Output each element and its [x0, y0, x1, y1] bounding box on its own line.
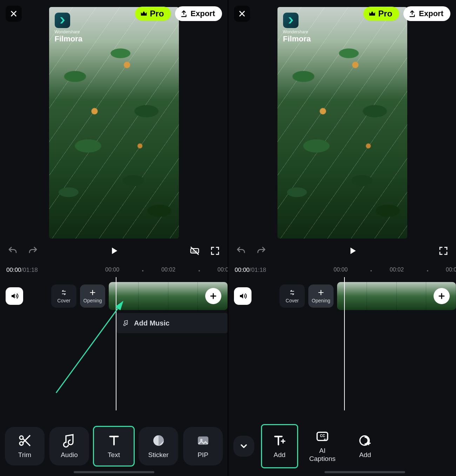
plus-icon: [209, 292, 217, 300]
ruler-tick: 00:00: [334, 267, 348, 273]
play-button[interactable]: [346, 244, 359, 257]
timeline[interactable]: Cover Opening Add Music: [0, 277, 228, 410]
fullscreen-button[interactable]: [437, 244, 450, 257]
export-button[interactable]: Export: [175, 6, 222, 21]
ruler-dot: [142, 270, 143, 271]
playhead-time: 00:00: [6, 267, 21, 274]
hdr-toggle[interactable]: HDR: [188, 244, 201, 257]
tool-label: PIP: [197, 451, 208, 459]
pro-label: Pro: [378, 9, 392, 19]
video-clip[interactable]: [337, 282, 456, 310]
add-clip-button[interactable]: [205, 288, 221, 304]
pro-badge[interactable]: Pro: [135, 7, 171, 21]
video-preview[interactable]: Wondershare Filmora: [277, 7, 407, 239]
watermark-name: Filmora: [55, 34, 82, 43]
text-plus-icon: [273, 434, 287, 448]
preview-area: Wondershare Filmora: [228, 0, 456, 239]
timeline[interactable]: Cover Opening: [228, 277, 456, 410]
tool-add-text[interactable]: Add: [262, 425, 297, 467]
ruler-dot: [370, 270, 372, 271]
transport-bar: [228, 239, 456, 263]
tool-label: AI Captions: [309, 447, 336, 463]
tool-ai-captions[interactable]: CCAI AI Captions: [305, 425, 340, 467]
tool-text[interactable]: Text: [94, 427, 134, 465]
undo-icon: [7, 246, 18, 256]
playhead-time: 00:00: [235, 267, 250, 274]
pro-label: Pro: [150, 9, 164, 19]
swap-icon: [60, 289, 68, 296]
undo-button[interactable]: [6, 244, 19, 257]
play-button[interactable]: [108, 244, 120, 257]
opening-chip[interactable]: Opening: [80, 284, 105, 308]
close-button[interactable]: [234, 6, 250, 22]
undo-button[interactable]: [235, 244, 247, 257]
mute-button[interactable]: [6, 287, 23, 305]
close-icon: [10, 10, 18, 18]
ruler-tick: 00:0: [446, 267, 456, 273]
undo-icon: [236, 246, 246, 256]
export-button[interactable]: Export: [403, 6, 450, 21]
tool-bar: Trim Audio Text Sticker PIP: [0, 416, 228, 476]
add-music-row[interactable]: Add Music: [116, 313, 228, 333]
watermark-name: Filmora: [283, 34, 311, 43]
tool-sticker[interactable]: Sticker: [139, 427, 178, 465]
play-icon: [348, 246, 357, 256]
tool-pip[interactable]: PIP: [183, 427, 223, 465]
video-preview[interactable]: Wondershare Filmora: [49, 7, 179, 239]
crown-icon: [368, 10, 376, 18]
total-duration: 01:18: [23, 267, 38, 274]
cover-chip[interactable]: Cover: [51, 284, 76, 308]
top-bar: Pro Export: [228, 6, 456, 22]
sticker-icon: [152, 434, 166, 448]
opening-label: Opening: [83, 298, 102, 303]
tool-label: Add: [274, 451, 286, 459]
svg-text:AI: AI: [323, 438, 326, 441]
hdr-off-icon: HDR: [189, 246, 200, 256]
plus-icon: [89, 289, 96, 296]
close-button[interactable]: [6, 6, 22, 22]
captions-icon: CCAI: [315, 429, 329, 443]
export-icon: [408, 10, 416, 18]
redo-button[interactable]: [27, 244, 39, 257]
video-clip[interactable]: [109, 282, 228, 310]
play-icon: [109, 246, 119, 256]
timeline-ruler[interactable]: 00:00 / 01:18 00:00 00:02 00:0: [228, 263, 456, 277]
plus-icon: [317, 289, 325, 296]
volume-icon: [10, 292, 19, 300]
volume-icon: [239, 292, 247, 300]
swap-icon: [288, 289, 296, 296]
plus-icon: [437, 292, 446, 300]
top-bar: Pro Export: [0, 6, 228, 22]
ruler-tick: 00:00: [105, 267, 119, 273]
cover-label: Cover: [286, 298, 299, 303]
crown-icon: [140, 10, 148, 18]
redo-button[interactable]: [255, 244, 268, 257]
pro-badge[interactable]: Pro: [363, 7, 399, 21]
fullscreen-icon: [438, 246, 449, 256]
chevron-down-icon: [239, 441, 249, 451]
ruler-dot: [199, 270, 200, 271]
redo-icon: [256, 246, 267, 256]
text-tool-bar: Add CCAI AI Captions Add: [228, 416, 456, 476]
tool-label: Audio: [61, 451, 78, 459]
ruler-tick: 00:0: [217, 267, 228, 273]
tool-trim[interactable]: Trim: [5, 427, 45, 465]
fullscreen-button[interactable]: [209, 244, 221, 257]
add-clip-button[interactable]: [434, 288, 450, 304]
fullscreen-icon: [210, 246, 220, 256]
scissors-icon: [18, 434, 32, 448]
opening-chip[interactable]: Opening: [308, 284, 334, 308]
tool-audio[interactable]: Audio: [49, 427, 89, 465]
scroll-indicator: [324, 471, 405, 473]
collapse-button[interactable]: [233, 436, 254, 457]
mute-button[interactable]: [234, 287, 252, 305]
preview-area: Wondershare Filmora: [0, 0, 228, 239]
export-label: Export: [419, 9, 443, 18]
tool-label: Text: [108, 451, 120, 459]
add-music-label: Add Music: [134, 319, 169, 327]
redo-icon: [28, 246, 38, 256]
cover-chip[interactable]: Cover: [280, 284, 305, 308]
tool-add-caption[interactable]: Add: [348, 425, 383, 467]
music-note-icon: [123, 320, 130, 327]
timeline-ruler[interactable]: 00:00 / 01:18 00:00 00:02 00:0: [0, 263, 228, 277]
